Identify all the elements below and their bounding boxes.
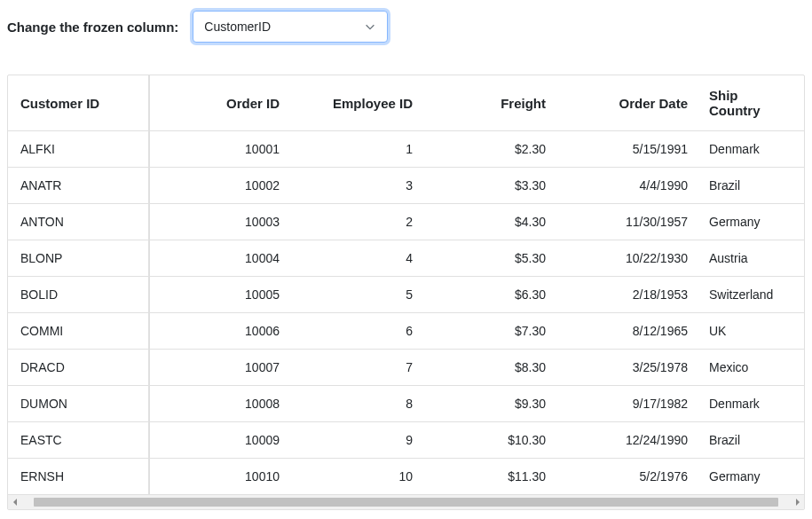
cell-orderDate: 2/18/1953: [558, 277, 700, 312]
data-grid: Customer IDOrder IDEmployee IDFreightOrd…: [7, 75, 805, 510]
column-header-freight[interactable]: Freight: [425, 75, 558, 130]
cell-orderId: 10001: [150, 131, 292, 167]
cell-shipCountry: Brazil: [700, 168, 802, 203]
table-row[interactable]: ANATR100023$3.304/4/1990Brazil: [8, 168, 804, 204]
cell-employeeId: 2: [292, 204, 425, 240]
cell-orderDate: 12/24/1990: [558, 422, 700, 458]
cell-freight: $3.30: [425, 168, 558, 203]
cell-shipCountry: Germany: [700, 204, 802, 240]
column-header-employeeId[interactable]: Employee ID: [292, 75, 425, 130]
table-row[interactable]: DUMON100088$9.309/17/1982Denmark: [8, 386, 804, 422]
cell-orderId: 10003: [150, 204, 292, 240]
cell-customerId: ANTON: [8, 204, 150, 240]
cell-employeeId: 10: [292, 459, 425, 494]
frozen-column-label: Change the frozen column:: [7, 20, 178, 35]
cell-customerId: DRACD: [8, 350, 150, 385]
cell-orderId: 10009: [150, 422, 292, 458]
scroll-right-arrow-icon[interactable]: [789, 495, 804, 510]
dropdown-selected-value: CustomerID: [204, 20, 364, 34]
cell-customerId: EASTC: [8, 422, 150, 458]
cell-freight: $8.30: [425, 350, 558, 385]
cell-customerId: ANATR: [8, 168, 150, 203]
column-header-shipCountry[interactable]: Ship Country: [700, 75, 802, 130]
scrollbar-track[interactable]: [23, 495, 789, 510]
cell-orderId: 10002: [150, 168, 292, 203]
table-row[interactable]: ALFKI100011$2.305/15/1991Denmark: [8, 131, 804, 168]
cell-employeeId: 8: [292, 386, 425, 421]
cell-orderDate: 3/25/1978: [558, 350, 700, 385]
cell-orderDate: 5/15/1991: [558, 131, 700, 167]
cell-shipCountry: Austria: [700, 240, 802, 276]
cell-orderDate: 10/22/1930: [558, 240, 700, 276]
cell-employeeId: 4: [292, 240, 425, 276]
table-row[interactable]: ERNSH1001010$11.305/2/1976Germany: [8, 459, 804, 494]
cell-shipCountry: Denmark: [700, 386, 802, 421]
cell-freight: $2.30: [425, 131, 558, 167]
cell-customerId: BOLID: [8, 277, 150, 312]
cell-orderDate: 4/4/1990: [558, 168, 700, 203]
table-row[interactable]: EASTC100099$10.3012/24/1990Brazil: [8, 422, 804, 459]
table-row[interactable]: BOLID100055$6.302/18/1953Switzerland: [8, 277, 804, 313]
cell-customerId: COMMI: [8, 313, 150, 349]
cell-freight: $5.30: [425, 240, 558, 276]
cell-customerId: BLONP: [8, 240, 150, 276]
cell-orderId: 10008: [150, 386, 292, 421]
cell-employeeId: 3: [292, 168, 425, 203]
cell-shipCountry: Brazil: [700, 422, 802, 458]
cell-customerId: ALFKI: [8, 131, 150, 167]
cell-employeeId: 6: [292, 313, 425, 349]
cell-employeeId: 5: [292, 277, 425, 312]
cell-employeeId: 1: [292, 131, 425, 167]
cell-orderId: 10006: [150, 313, 292, 349]
cell-customerId: DUMON: [8, 386, 150, 421]
column-header-orderDate[interactable]: Order Date: [558, 75, 700, 130]
grid-header-row: Customer IDOrder IDEmployee IDFreightOrd…: [8, 75, 804, 131]
cell-employeeId: 7: [292, 350, 425, 385]
cell-shipCountry: UK: [700, 313, 802, 349]
column-header-customerId[interactable]: Customer ID: [8, 75, 150, 130]
grid-body: ALFKI100011$2.305/15/1991DenmarkANATR100…: [8, 131, 804, 494]
cell-orderId: 10005: [150, 277, 292, 312]
cell-freight: $11.30: [425, 459, 558, 494]
horizontal-scrollbar[interactable]: [8, 494, 804, 509]
cell-shipCountry: Switzerland: [700, 277, 802, 312]
table-row[interactable]: DRACD100077$8.303/25/1978Mexico: [8, 350, 804, 386]
frozen-column-dropdown[interactable]: CustomerID: [193, 11, 388, 43]
table-row[interactable]: BLONP100044$5.3010/22/1930Austria: [8, 240, 804, 277]
cell-shipCountry: Mexico: [700, 350, 802, 385]
cell-orderDate: 11/30/1957: [558, 204, 700, 240]
cell-orderId: 10004: [150, 240, 292, 276]
cell-orderId: 10010: [150, 459, 292, 494]
cell-orderId: 10007: [150, 350, 292, 385]
chevron-down-icon: [364, 20, 376, 33]
column-header-orderId[interactable]: Order ID: [150, 75, 292, 130]
cell-shipCountry: Germany: [700, 459, 802, 494]
cell-freight: $9.30: [425, 386, 558, 421]
scrollbar-thumb[interactable]: [34, 498, 778, 507]
cell-orderDate: 9/17/1982: [558, 386, 700, 421]
cell-shipCountry: Denmark: [700, 131, 802, 167]
cell-customerId: ERNSH: [8, 459, 150, 494]
table-row[interactable]: COMMI100066$7.308/12/1965UK: [8, 313, 804, 350]
cell-employeeId: 9: [292, 422, 425, 458]
cell-orderDate: 5/2/1976: [558, 459, 700, 494]
control-row: Change the frozen column: CustomerID: [7, 11, 805, 43]
cell-freight: $6.30: [425, 277, 558, 312]
cell-orderDate: 8/12/1965: [558, 313, 700, 349]
scroll-left-arrow-icon[interactable]: [8, 495, 23, 510]
cell-freight: $4.30: [425, 204, 558, 240]
cell-freight: $10.30: [425, 422, 558, 458]
cell-freight: $7.30: [425, 313, 558, 349]
table-row[interactable]: ANTON100032$4.3011/30/1957Germany: [8, 204, 804, 240]
